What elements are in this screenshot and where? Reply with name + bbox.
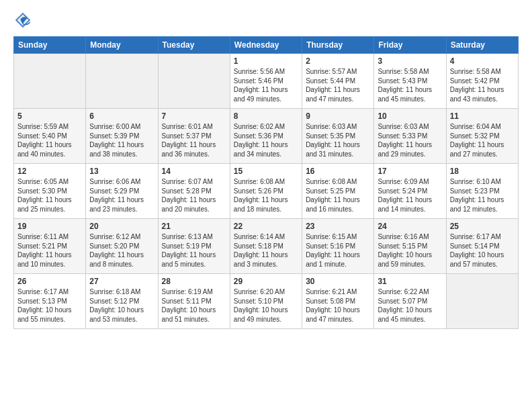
day-number: 8 [234,111,298,121]
calendar-week-row: 19Sunrise: 6:11 AM Sunset: 5:21 PM Dayli… [14,219,519,274]
day-info: Sunrise: 6:02 AM Sunset: 5:36 PM Dayligh… [234,122,298,158]
day-number: 29 [234,277,298,286]
weekday-header-monday: Monday [86,37,158,54]
day-info: Sunrise: 6:20 AM Sunset: 5:10 PM Dayligh… [234,287,298,324]
calendar-cell: 15Sunrise: 6:08 AM Sunset: 5:26 PM Dayli… [230,164,302,219]
calendar-cell [158,54,230,109]
calendar-cell: 22Sunrise: 6:14 AM Sunset: 5:18 PM Dayli… [230,219,302,274]
calendar-cell: 20Sunrise: 6:12 AM Sunset: 5:20 PM Dayli… [86,219,158,274]
day-info: Sunrise: 6:17 AM Sunset: 5:14 PM Dayligh… [450,232,515,269]
calendar-week-row: 5Sunrise: 5:59 AM Sunset: 5:40 PM Daylig… [14,109,519,164]
day-info: Sunrise: 6:16 AM Sunset: 5:15 PM Dayligh… [378,232,442,269]
calendar-cell: 29Sunrise: 6:20 AM Sunset: 5:10 PM Dayli… [230,274,302,329]
calendar-cell: 7Sunrise: 6:01 AM Sunset: 5:37 PM Daylig… [158,109,230,164]
day-info: Sunrise: 5:59 AM Sunset: 5:40 PM Dayligh… [17,122,82,158]
page-header [13,11,519,30]
day-number: 30 [306,277,370,286]
day-number: 22 [234,222,298,231]
day-info: Sunrise: 6:08 AM Sunset: 5:25 PM Dayligh… [306,177,370,214]
calendar-cell [86,54,158,109]
day-number: 28 [162,277,226,286]
day-number: 27 [89,277,154,286]
day-number: 13 [89,167,154,176]
day-number: 18 [450,167,515,176]
calendar-cell: 5Sunrise: 5:59 AM Sunset: 5:40 PM Daylig… [14,109,86,164]
day-number: 9 [306,111,370,121]
calendar-table: SundayMondayTuesdayWednesdayThursdayFrid… [13,36,519,329]
calendar-cell: 23Sunrise: 6:15 AM Sunset: 5:16 PM Dayli… [302,219,374,274]
calendar-cell: 28Sunrise: 6:19 AM Sunset: 5:11 PM Dayli… [158,274,230,329]
calendar-cell: 27Sunrise: 6:18 AM Sunset: 5:12 PM Dayli… [86,274,158,329]
weekday-header-tuesday: Tuesday [158,37,230,54]
weekday-header-saturday: Saturday [446,37,518,54]
calendar-cell: 19Sunrise: 6:11 AM Sunset: 5:21 PM Dayli… [14,219,86,274]
day-number: 7 [162,111,226,121]
day-number: 17 [378,167,442,176]
calendar-cell: 1Sunrise: 5:56 AM Sunset: 5:46 PM Daylig… [230,54,302,109]
day-info: Sunrise: 6:10 AM Sunset: 5:23 PM Dayligh… [450,177,515,214]
day-number: 31 [378,277,442,286]
calendar-cell: 14Sunrise: 6:07 AM Sunset: 5:28 PM Dayli… [158,164,230,219]
day-number: 16 [306,167,370,176]
day-info: Sunrise: 6:11 AM Sunset: 5:21 PM Dayligh… [17,232,82,269]
day-number: 19 [17,222,82,231]
calendar-cell: 13Sunrise: 6:06 AM Sunset: 5:29 PM Dayli… [86,164,158,219]
day-number: 25 [450,222,515,231]
day-info: Sunrise: 6:21 AM Sunset: 5:08 PM Dayligh… [306,287,370,324]
day-number: 20 [89,222,154,231]
day-info: Sunrise: 5:58 AM Sunset: 5:43 PM Dayligh… [378,67,442,103]
day-number: 23 [306,222,370,231]
calendar-cell: 6Sunrise: 6:00 AM Sunset: 5:39 PM Daylig… [86,109,158,164]
calendar-cell: 12Sunrise: 6:05 AM Sunset: 5:30 PM Dayli… [14,164,86,219]
day-info: Sunrise: 6:13 AM Sunset: 5:19 PM Dayligh… [162,232,226,269]
day-info: Sunrise: 6:00 AM Sunset: 5:39 PM Dayligh… [89,122,154,158]
calendar-cell [14,54,86,109]
day-info: Sunrise: 6:08 AM Sunset: 5:26 PM Dayligh… [234,177,298,214]
day-number: 14 [162,167,226,176]
day-number: 11 [450,111,515,121]
day-info: Sunrise: 6:05 AM Sunset: 5:30 PM Dayligh… [17,177,82,214]
day-info: Sunrise: 6:15 AM Sunset: 5:16 PM Dayligh… [306,232,370,269]
day-number: 15 [234,167,298,176]
day-info: Sunrise: 6:18 AM Sunset: 5:12 PM Dayligh… [89,287,154,324]
day-info: Sunrise: 6:19 AM Sunset: 5:11 PM Dayligh… [162,287,226,324]
day-info: Sunrise: 5:58 AM Sunset: 5:42 PM Dayligh… [450,67,515,103]
day-number: 12 [17,167,82,176]
calendar-cell [446,274,518,329]
day-info: Sunrise: 6:04 AM Sunset: 5:32 PM Dayligh… [450,122,515,158]
day-info: Sunrise: 6:03 AM Sunset: 5:33 PM Dayligh… [378,122,442,158]
weekday-header-friday: Friday [374,37,446,54]
calendar-cell: 17Sunrise: 6:09 AM Sunset: 5:24 PM Dayli… [374,164,446,219]
day-info: Sunrise: 6:14 AM Sunset: 5:18 PM Dayligh… [234,232,298,269]
weekday-header-row: SundayMondayTuesdayWednesdayThursdayFrid… [14,37,519,54]
day-number: 2 [306,56,370,66]
day-number: 26 [17,277,82,286]
calendar-cell: 11Sunrise: 6:04 AM Sunset: 5:32 PM Dayli… [446,109,518,164]
calendar-cell: 4Sunrise: 5:58 AM Sunset: 5:42 PM Daylig… [446,54,518,109]
calendar-cell: 9Sunrise: 6:03 AM Sunset: 5:35 PM Daylig… [302,109,374,164]
calendar-cell: 26Sunrise: 6:17 AM Sunset: 5:13 PM Dayli… [14,274,86,329]
day-number: 24 [378,222,442,231]
calendar-cell: 2Sunrise: 5:57 AM Sunset: 5:44 PM Daylig… [302,54,374,109]
calendar-cell: 18Sunrise: 6:10 AM Sunset: 5:23 PM Dayli… [446,164,518,219]
calendar-cell: 30Sunrise: 6:21 AM Sunset: 5:08 PM Dayli… [302,274,374,329]
day-number: 10 [378,111,442,121]
calendar-cell: 8Sunrise: 6:02 AM Sunset: 5:36 PM Daylig… [230,109,302,164]
weekday-header-thursday: Thursday [302,37,374,54]
logo [13,11,35,30]
day-info: Sunrise: 6:22 AM Sunset: 5:07 PM Dayligh… [378,287,442,324]
day-info: Sunrise: 6:17 AM Sunset: 5:13 PM Dayligh… [17,287,82,324]
calendar-cell: 16Sunrise: 6:08 AM Sunset: 5:25 PM Dayli… [302,164,374,219]
calendar-cell: 3Sunrise: 5:58 AM Sunset: 5:43 PM Daylig… [374,54,446,109]
day-info: Sunrise: 6:06 AM Sunset: 5:29 PM Dayligh… [89,177,154,214]
day-info: Sunrise: 6:03 AM Sunset: 5:35 PM Dayligh… [306,122,370,158]
calendar-week-row: 26Sunrise: 6:17 AM Sunset: 5:13 PM Dayli… [14,274,519,329]
weekday-header-sunday: Sunday [14,37,86,54]
day-info: Sunrise: 6:07 AM Sunset: 5:28 PM Dayligh… [162,177,226,214]
calendar-cell: 31Sunrise: 6:22 AM Sunset: 5:07 PM Dayli… [374,274,446,329]
day-info: Sunrise: 6:12 AM Sunset: 5:20 PM Dayligh… [89,232,154,269]
logo-icon [13,11,32,30]
day-info: Sunrise: 5:56 AM Sunset: 5:46 PM Dayligh… [234,67,298,103]
weekday-header-wednesday: Wednesday [230,37,302,54]
calendar-cell: 24Sunrise: 6:16 AM Sunset: 5:15 PM Dayli… [374,219,446,274]
